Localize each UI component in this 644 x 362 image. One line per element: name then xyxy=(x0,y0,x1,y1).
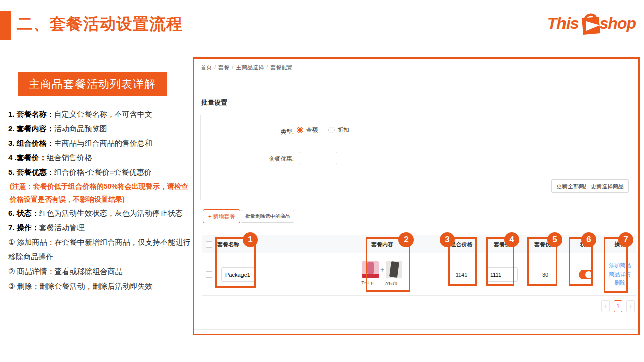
row-checkbox[interactable] xyxy=(206,271,212,278)
action-link-product-detail[interactable]: 商品详情 xyxy=(604,270,636,279)
breadcrumb-item-package[interactable]: 套餐 xyxy=(218,64,229,70)
breadcrumb-item-package-config: 套餐配置 xyxy=(270,64,292,70)
logo-text-this: This xyxy=(547,14,579,33)
slide: 二、套餐活动设置流程 This shop 主商品套餐活动列表详解 1. 套餐名称… xyxy=(0,0,644,362)
logo-text-shop: shop xyxy=(600,14,636,33)
table-header-row: 套餐名称 套餐内容 组合价格 套餐价 套餐优惠 状态 操作 xyxy=(202,235,636,253)
note-line: 4 .套餐价：组合销售价格 xyxy=(8,150,192,165)
radio-amount[interactable] xyxy=(297,127,303,133)
action-link-add-product[interactable]: 添加商品 xyxy=(604,261,636,270)
radio-amount-label[interactable]: 金额 xyxy=(306,126,318,134)
batch-settings-title: 批量设置 xyxy=(201,98,227,107)
notes-list: 1. 套餐名称：自定义套餐名称，不可含中文 2. 套餐内容：活动商品预览图 3.… xyxy=(8,107,192,293)
action-links: 添加商品 商品详情 删除 xyxy=(604,261,636,287)
package-discount-label: 套餐优惠: xyxy=(243,155,294,163)
product-preview: Test pro... + กระเป๋าผ้าลี่... xyxy=(361,261,404,287)
column-header-name: 套餐名称 xyxy=(215,241,322,248)
admin-panel: 首页/套餐/主商品选择/套餐配置 批量设置 类型: 金额 折扣 套餐优惠: 更新… xyxy=(193,57,640,335)
add-package-button[interactable]: + 新增套餐 xyxy=(203,209,240,223)
batch-delete-button[interactable]: 批量删除选中的商品 xyxy=(241,210,294,223)
title-accent-bar xyxy=(0,11,11,40)
detail-badge: 主商品套餐活动列表详解 xyxy=(18,72,167,96)
note-warning: (注意：套餐价低于组合价格的50%将会出现警示，请检查价格设置是否有误，不影响设… xyxy=(8,179,192,206)
table-row: Test pro... + กระเป๋าผ้าลี่... 1141 30 添… xyxy=(202,253,636,296)
package-name-input[interactable] xyxy=(221,267,255,282)
note-line: ① 添加商品：在套餐中新增组合商品，仅支持不能进行移除商品操作 xyxy=(8,235,192,264)
note-line: 3. 组合价格：主商品与组合商品的售价总和 xyxy=(8,136,192,150)
column-header-combo-price: 组合价格 xyxy=(443,241,480,248)
product-thumbnail-1 xyxy=(362,261,379,278)
column-header-discount: 套餐优惠 xyxy=(523,241,568,248)
note-line: 2. 套餐内容：活动商品预览图 xyxy=(8,121,192,136)
breadcrumb-item-main-product[interactable]: 主商品选择 xyxy=(236,64,264,70)
thisshop-logo: This shop xyxy=(547,10,636,36)
product-caption-1: Test pro... xyxy=(361,280,379,285)
page-current[interactable]: 1 xyxy=(614,300,622,312)
column-header-content: 套餐内容 xyxy=(322,241,443,248)
note-line: 5. 套餐优惠：组合价格-套餐价=套餐优惠价 xyxy=(8,165,192,179)
action-link-delete[interactable]: 删除 xyxy=(604,279,636,287)
combo-price-value: 1141 xyxy=(443,272,480,278)
panel-footer-divider xyxy=(194,329,638,330)
breadcrumb-separator: / xyxy=(214,64,216,70)
type-radio-group: 金额 折扣 xyxy=(297,126,349,134)
status-toggle[interactable] xyxy=(579,270,593,279)
pagination: ‹ 1 › xyxy=(601,300,635,312)
batch-settings-form: 类型: 金额 折扣 套餐优惠: 更新全部商品 更新选择商品 xyxy=(200,115,633,200)
column-header-status: 状态 xyxy=(568,241,604,248)
discount-value: 30 xyxy=(523,272,568,278)
page-prev-button[interactable]: ‹ xyxy=(601,300,610,312)
breadcrumb-separator: / xyxy=(266,64,268,70)
product-caption-2: กระเป๋าผ้าลี่... xyxy=(385,280,404,287)
type-label: 类型: xyxy=(243,128,294,136)
plus-icon: + xyxy=(380,266,384,274)
page-next-button[interactable]: › xyxy=(626,300,635,312)
page-title: 二、套餐活动设置流程 xyxy=(17,13,183,35)
column-header-package-price: 套餐价 xyxy=(480,241,523,248)
breadcrumb-separator: / xyxy=(232,64,233,70)
shopping-bag-icon xyxy=(577,11,604,37)
package-price-input[interactable] xyxy=(486,267,518,282)
note-line: ③ 删除：删除套餐活动，删除后活动即失效 xyxy=(8,279,192,293)
product-thumbnail-2 xyxy=(386,261,403,278)
note-line: 1. 套餐名称：自定义套餐名称，不可含中文 xyxy=(8,107,192,121)
update-selected-button[interactable]: 更新选择商品 xyxy=(586,179,629,193)
note-line: ② 商品详情：查看或移除组合商品 xyxy=(8,264,192,279)
radio-discount[interactable] xyxy=(328,127,335,133)
package-discount-input[interactable] xyxy=(299,152,337,164)
package-table: 套餐名称 套餐内容 组合价格 套餐价 套餐优惠 状态 操作 Test pro..… xyxy=(202,235,636,296)
note-line: 7. 操作：套餐活动管理 xyxy=(8,220,192,235)
breadcrumb: 首页/套餐/主商品选择/套餐配置 xyxy=(194,59,638,76)
breadcrumb-item-home[interactable]: 首页 xyxy=(201,64,212,70)
radio-discount-label[interactable]: 折扣 xyxy=(338,126,349,134)
header-checkbox[interactable] xyxy=(206,241,212,248)
note-line: 6. 状态：红色为活动生效状态，灰色为活动停止状态 xyxy=(8,206,192,220)
column-header-action: 操作 xyxy=(604,241,636,248)
